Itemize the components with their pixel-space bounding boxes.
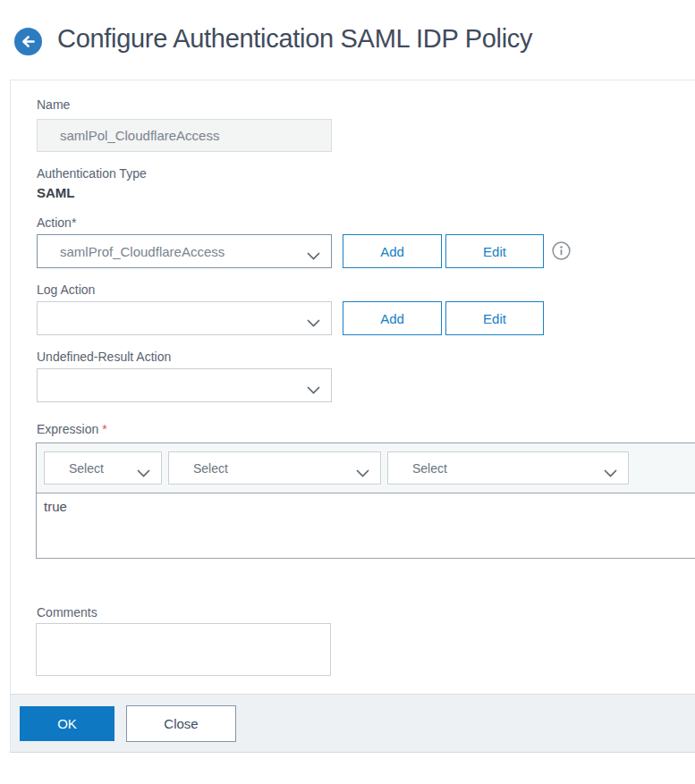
undefined-result-action-select[interactable] (37, 368, 332, 402)
comments-textarea[interactable] (36, 623, 331, 676)
chevron-down-icon (356, 465, 369, 473)
chevron-down-icon (604, 465, 617, 473)
expression-select-value: Select (388, 461, 447, 476)
log-action-label: Log Action (37, 282, 95, 297)
action-label: Action* (37, 215, 76, 230)
chevron-down-icon (307, 315, 320, 323)
name-label: Name (37, 97, 70, 112)
action-select-value: samlProf_CloudflareAccess (38, 244, 225, 259)
ok-button[interactable]: OK (20, 706, 114, 741)
expression-label: Expression * (37, 422, 107, 436)
expression-operand-select-2[interactable]: Select (168, 451, 381, 485)
close-button[interactable]: Close (126, 705, 236, 742)
name-input (37, 119, 332, 152)
back-button[interactable] (14, 28, 42, 55)
footer-bar: OK Close (10, 694, 695, 753)
expression-select-value: Select (169, 461, 228, 476)
action-edit-button[interactable]: Edit (445, 234, 544, 268)
back-arrow-icon (14, 45, 42, 58)
chevron-down-icon (307, 382, 320, 390)
expression-select-value: Select (45, 461, 104, 476)
chevron-down-icon (307, 248, 320, 256)
auth-type-value: SAML (37, 185, 75, 200)
undefined-result-action-label: Undefined-Result Action (37, 350, 171, 364)
configure-saml-idp-policy-page: Configure Authentication SAML IDP Policy… (0, 0, 695, 784)
comments-label: Comments (37, 605, 97, 620)
log-action-edit-button[interactable]: Edit (445, 301, 544, 335)
expression-operand-select-1[interactable]: Select (44, 451, 162, 485)
expression-toolbar: Select Select Select (36, 443, 695, 493)
log-action-add-button[interactable]: Add (343, 301, 442, 335)
auth-type-label: Authentication Type (37, 166, 147, 181)
log-action-select[interactable] (37, 301, 332, 335)
expression-textarea[interactable]: true (36, 493, 695, 559)
expression-operand-select-3[interactable]: Select (387, 451, 629, 485)
action-add-button[interactable]: Add (343, 234, 442, 268)
page-title: Configure Authentication SAML IDP Policy (57, 24, 532, 54)
info-icon[interactable] (552, 241, 571, 260)
chevron-down-icon (137, 465, 150, 473)
action-select[interactable]: samlProf_CloudflareAccess (37, 234, 332, 268)
required-asterisk: * (102, 422, 106, 436)
